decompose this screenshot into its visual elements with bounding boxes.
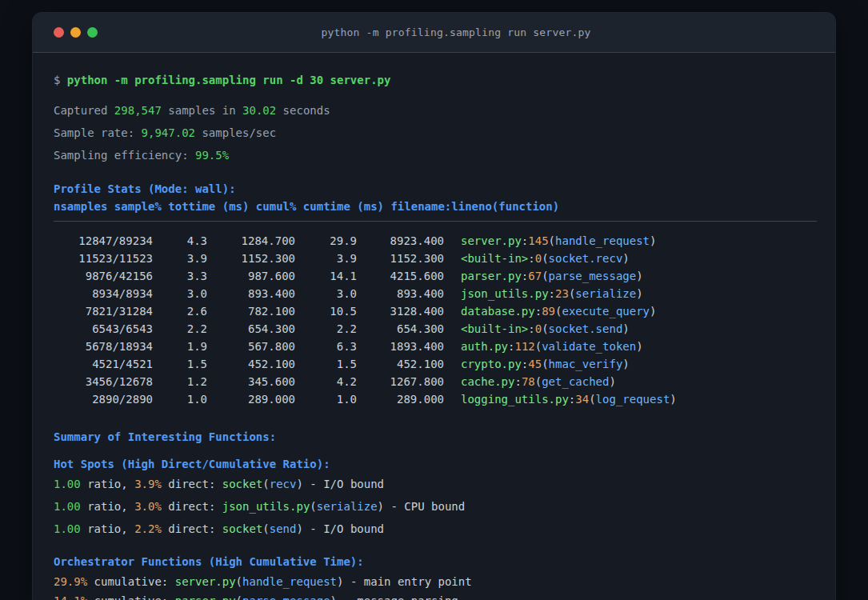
cell-nsamples: 3456/12678 [54, 373, 153, 390]
orchestrator-note: - main entry point [343, 575, 471, 588]
close-paren: ) [296, 478, 302, 490]
file-name: <built-in> [461, 252, 528, 265]
file-name: logging_utils.py [461, 393, 569, 406]
file-name: <built-in> [461, 322, 528, 335]
cell-sample-pct: 1.9 [153, 338, 207, 355]
close-paren: ) [650, 234, 656, 247]
file-name: crypto.py [461, 358, 522, 370]
minimize-button[interactable] [70, 27, 81, 38]
function-name: handle_request [555, 234, 650, 247]
cumulative-pct: 14.1% [54, 594, 87, 600]
cell-cumtime: 4215.600 [357, 267, 444, 285]
open-paren: ( [535, 375, 542, 388]
colon: : [549, 287, 555, 300]
function-name: socket.send [549, 322, 623, 335]
cell-location: server.py:145(handle_request) [461, 234, 656, 247]
open-paren: ( [542, 322, 548, 335]
target-name: socket [222, 478, 263, 490]
function-name: parse_message [549, 270, 637, 282]
cell-cumtime: 289.000 [357, 390, 444, 408]
cell-tottime: 1152.300 [207, 250, 295, 267]
direct-pct: 3.0% [134, 500, 162, 513]
ratio-value: 1.00 [54, 522, 81, 535]
line-number: 89 [542, 305, 555, 318]
line-number: 0 [535, 252, 542, 265]
cell-nsamples: 5678/18934 [54, 338, 153, 355]
open-paren: ( [542, 270, 548, 282]
cell-location: crypto.py:45(hmac_verify) [461, 358, 630, 370]
cell-cumtime: 1267.800 [357, 373, 444, 390]
line-number: 45 [528, 358, 542, 370]
orchestrator-note: - message parsing [337, 594, 458, 600]
cell-cumtime: 3128.400 [357, 302, 444, 320]
line-number: 0 [535, 322, 542, 335]
function-name: recv [270, 478, 297, 490]
cell-cumul-pct: 14.1 [295, 267, 357, 285]
open-paren: ( [589, 393, 595, 406]
cell-location: cache.py:78(get_cached) [461, 375, 616, 388]
cell-sample-pct: 3.0 [153, 285, 207, 302]
cell-nsamples: 7821/31284 [54, 302, 153, 320]
direct-label: direct: [162, 478, 222, 490]
file-name: cache.py [461, 375, 514, 388]
cell-cumul-pct: 3.9 [295, 250, 357, 267]
hotspot-row: 1.00 ratio, 2.2% direct: socket(send) - … [54, 520, 815, 538]
colon: : [528, 322, 534, 335]
cell-sample-pct: 3.3 [153, 267, 207, 285]
cell-cumtime: 452.100 [357, 355, 444, 373]
line-number: 78 [522, 375, 535, 388]
cell-sample-pct: 1.0 [153, 390, 207, 408]
cell-cumtime: 893.400 [357, 285, 444, 302]
function-name: validate_token [542, 340, 636, 353]
table-row: 7821/312842.6782.10010.53128.400database… [54, 302, 815, 320]
cumulative-pct: 29.9% [54, 575, 87, 588]
cell-tottime: 782.100 [207, 302, 295, 320]
function-name: get_cached [542, 375, 609, 388]
cell-nsamples: 9876/42156 [54, 267, 153, 285]
cell-cumtime: 1893.400 [357, 338, 444, 355]
close-paren: ) [609, 375, 615, 388]
rate-value: 9,947.02 [142, 126, 195, 139]
captured-mid-label: samples in [162, 104, 242, 117]
line-number: 67 [528, 270, 542, 282]
close-paren: ) [622, 252, 629, 265]
samples-count: 298,547 [114, 104, 162, 117]
captured-line: Captured 298,547 samples in 30.02 second… [54, 102, 815, 119]
ratio-label: ratio, [81, 478, 134, 490]
stats-title: Profile Stats (Mode: wall): [54, 180, 815, 198]
table-row: 6543/65432.2654.3002.2654.300<built-in>:… [54, 320, 815, 338]
hotspot-row: 1.00 ratio, 3.9% direct: socket(recv) - … [54, 475, 815, 493]
function-name: serialize [575, 287, 636, 300]
traffic-lights [54, 27, 98, 38]
file-name: server.py [175, 575, 236, 588]
cell-location: <built-in>:0(socket.send) [461, 322, 630, 335]
cell-sample-pct: 3.9 [153, 250, 207, 267]
orchestrator-row: 29.9% cumulative: server.py(handle_reque… [54, 573, 815, 590]
efficiency-label: Sampling efficiency: [54, 149, 195, 162]
terminal-content[interactable]: $ python -m profiling.sampling run -d 30… [33, 53, 835, 600]
hotspot-note: - CPU bound [384, 500, 465, 513]
table-row: 8934/89343.0893.4003.0893.400json_utils.… [54, 285, 815, 302]
open-paren: ( [236, 594, 242, 600]
cell-tottime: 1284.700 [207, 232, 295, 250]
line-number: 34 [575, 393, 589, 406]
cell-tottime: 345.600 [207, 373, 295, 390]
orchestrators-title: Orchestrator Functions (High Cumulative … [54, 553, 815, 570]
cell-cumul-pct: 3.0 [295, 285, 357, 302]
zoom-button[interactable] [87, 27, 98, 38]
target-name: json_utils.py [222, 500, 310, 513]
command-line: $ python -m profiling.sampling run -d 30… [54, 71, 815, 89]
close-paren: ) [650, 305, 656, 318]
file-name: json_utils.py [461, 287, 549, 300]
file-name: auth.py [461, 340, 508, 353]
direct-label: direct: [162, 522, 222, 535]
function-name: socket.recv [549, 252, 623, 265]
function-name: serialize [317, 500, 378, 513]
table-row: 11523/115233.91152.3003.91152.300<built-… [54, 250, 815, 267]
cell-cumul-pct: 1.5 [295, 355, 357, 373]
cell-cumul-pct: 1.0 [295, 390, 357, 408]
close-button[interactable] [54, 27, 64, 38]
open-paren: ( [262, 478, 269, 490]
close-paren: ) [636, 270, 642, 282]
cumulative-label: cumulative: [87, 575, 175, 588]
